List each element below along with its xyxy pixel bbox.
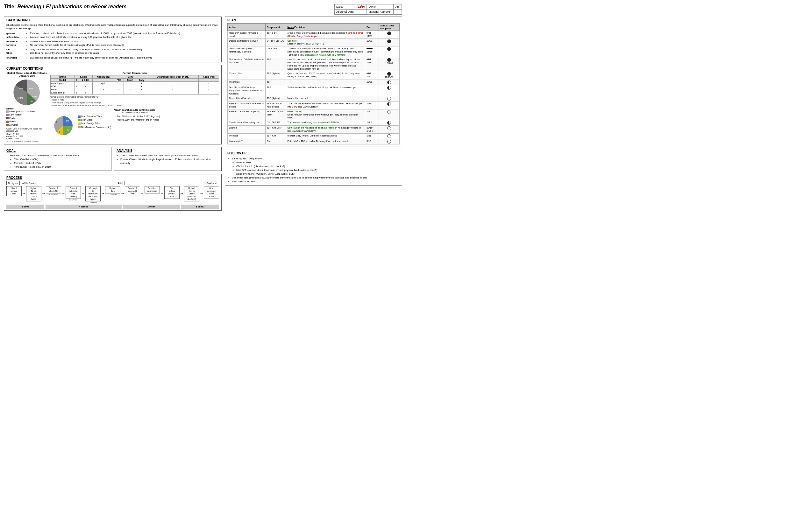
td-p-daily: x bbox=[136, 85, 147, 88]
plan-row-4: Get files from Off-Piste and send to con… bbox=[228, 57, 400, 71]
plan-resp-6: JBF bbox=[265, 80, 286, 85]
svg-text:10: 10 bbox=[57, 131, 60, 133]
plan-row-14: Launch ads? CM Paid ads? – TBD at end of… bbox=[228, 139, 400, 144]
duration-4weeks: 4 weeks bbox=[45, 205, 122, 209]
page-wrapper: Title: Releasing LEI publications on eBo… bbox=[4, 4, 402, 211]
plan-status-14 bbox=[379, 139, 400, 144]
arrow-8: → bbox=[160, 191, 164, 196]
step-give-sellers-box: Givesellersproductinfo bbox=[164, 186, 179, 199]
legend-computers: Desktop/laptop computers bbox=[6, 110, 48, 114]
table-row: Kindle format* x x bbox=[50, 91, 219, 94]
current-conditions-section: CURRENT CONDITIONS Market Share, e-book … bbox=[4, 65, 222, 145]
plan-notes-7: Tested current file on Kindle, not Sony,… bbox=[286, 85, 365, 96]
duration-3days2: 3 days? bbox=[181, 205, 219, 209]
plan-due-10: 1/4 bbox=[365, 109, 379, 120]
plan-due-7 bbox=[365, 85, 379, 96]
kindle-search-section: "lean" search results in Kindle store 17… bbox=[50, 108, 219, 137]
background-intro: Ebook sales are increasing while traditi… bbox=[6, 23, 219, 30]
plan-status-4: 12/4/09 bbox=[379, 57, 400, 71]
svg-text:6%: 6% bbox=[31, 100, 33, 102]
date-value: 12/16 bbox=[356, 4, 366, 9]
title-italic: Releasing LEI publications on eBook read… bbox=[17, 4, 127, 9]
since-q1: Since Q1 09: computers ↓17% Kindle ↑20% bbox=[6, 133, 48, 140]
goal-title: GOAL bbox=[6, 149, 109, 152]
bg-content-channels: LEI sells its ebook (eLex) on lean.org –… bbox=[26, 56, 219, 60]
td-p-nook bbox=[92, 85, 114, 88]
td-c-ipad: x bbox=[199, 81, 219, 85]
plan-resp-8: JBF (Aptera) bbox=[265, 96, 286, 102]
td-e-nook: x bbox=[92, 88, 114, 91]
th-daily: Daily bbox=[136, 78, 147, 81]
plan-status-12 bbox=[379, 126, 400, 134]
manager-approval-value bbox=[393, 9, 402, 14]
td-kf-nook bbox=[92, 91, 114, 94]
within-week-label: within 1 week bbox=[22, 182, 36, 184]
arrow-2: → bbox=[42, 191, 45, 196]
th-nook-m bbox=[92, 78, 114, 81]
kindle-change: Kindle ↑20% bbox=[6, 137, 48, 140]
td-kf-k2: x bbox=[79, 91, 93, 94]
plan-resp-1: JBF & DP bbox=[265, 31, 286, 39]
td-e-prs: x bbox=[114, 88, 124, 91]
bg-row-channels: channels LEI sells its ebook (eLex) on l… bbox=[6, 56, 219, 60]
th-ipad-m bbox=[199, 78, 219, 81]
device-label: Device bbox=[6, 107, 48, 110]
plan-due-6: 12/23 bbox=[365, 80, 379, 85]
bg-row-sales: generalsales data Estimated e-book sales… bbox=[6, 31, 219, 39]
step-convert-requested-sub: Converter bbox=[89, 201, 97, 203]
plan-resp-5: JBF (Aptera) bbox=[265, 71, 286, 80]
step-item-active-box: Itemwebpagemadeactive bbox=[204, 186, 219, 199]
current-conditions-title: CURRENT CONDITIONS bbox=[6, 67, 219, 70]
plan-due-1: 9/0111/01 bbox=[365, 31, 379, 39]
svg-text:19.5%: 19.5% bbox=[17, 97, 23, 99]
plan-action-13: Promote bbox=[228, 133, 265, 139]
kindle-search-title: "lean" search results in Kindle store bbox=[50, 108, 219, 111]
follow-up-sub-1-2: GM books sold (ebook cannibalize books?) bbox=[236, 165, 400, 168]
analysis-title: ANALYSIS bbox=[117, 149, 219, 152]
step-upload-files: Uploadfiles Converter bbox=[105, 186, 120, 195]
plan-row-8: Correct files if needed JBF (Aptera) May… bbox=[228, 96, 400, 102]
pie-other-note: Other: Cool-er Bookeen, etc (Nook not re… bbox=[6, 127, 48, 132]
plan-due-12: 12/101/16 ? bbox=[365, 126, 379, 134]
follow-up-section: FOLLOW UP Sales figures – frequency? Num… bbox=[225, 149, 402, 185]
format-comparison-table: Brand Kindle Nook (B&N) Sony Others: Boo… bbox=[50, 75, 219, 94]
step-test: Test fileson readers bbox=[145, 186, 160, 193]
td-kf-k1: x bbox=[74, 91, 79, 94]
svg-text:40%: 40% bbox=[29, 88, 33, 89]
page-title: Title: Releasing LEI publications on eBo… bbox=[4, 4, 127, 10]
since-q1-label: Since Q1 09: bbox=[6, 133, 48, 135]
td-e-k2 bbox=[79, 88, 93, 91]
plan-resp-10: JBF, RR, mgmt team bbox=[265, 109, 286, 120]
table-row: PDF x x x x x x x bbox=[50, 85, 219, 88]
bg-row-lei: LEItitles Only the Lexicon exists as an … bbox=[6, 48, 219, 55]
td-p-k2: x bbox=[79, 85, 93, 88]
svg-text:85: 85 bbox=[66, 120, 69, 122]
plan-row-1: Research current formats & decide JBF & … bbox=[228, 31, 400, 39]
plan-notes-10: Goal = $9.99Does Amazon lower price from… bbox=[286, 109, 365, 120]
follow-up-item-2: Use initial data (through 2/28/10) to cr… bbox=[232, 176, 400, 180]
th-others: Others: Bookeen, Cool-er, etc. bbox=[147, 75, 199, 78]
table-row: ePub* x x x x x x bbox=[50, 88, 219, 91]
step-receive-check-sub: Converter bbox=[49, 193, 58, 195]
kindle-bullet-1: • No LEI titles on Kindle (but 2 LEI blo… bbox=[116, 115, 160, 118]
td-e-daily: x bbox=[136, 88, 147, 91]
background-title: BACKGROUND bbox=[6, 18, 219, 22]
th-ipad: Apple iPad bbox=[199, 75, 219, 78]
kindle-pie-svg: 85 72 10 5 bbox=[50, 115, 76, 137]
process-actors-row: Designer within 1 week LEI Customer bbox=[6, 181, 219, 185]
td-color: color display bbox=[50, 81, 75, 85]
step-item-active: Itemwebpagemadeactive bbox=[204, 186, 219, 199]
left-column: BACKGROUND Ebook sales are increasing wh… bbox=[4, 17, 222, 211]
plan-status-9 bbox=[379, 102, 400, 109]
th-notes: Notes/Decision bbox=[286, 24, 365, 31]
plan-resp-7: JBF bbox=[265, 85, 286, 96]
plan-resp-2: DP, RR, JBF, JC bbox=[265, 39, 286, 46]
plan-action-8: Correct files if needed bbox=[228, 96, 265, 102]
plan-section: PLAN Action Responsible Notes/Decision D… bbox=[225, 17, 402, 146]
plan-notes-2: GM firstLater (in order?): TLM, GRTD, FT… bbox=[286, 39, 365, 46]
step-upload-files-sub: Converter bbox=[108, 193, 117, 195]
step-convert-interim-sub: Converter bbox=[69, 199, 77, 201]
th-k1: 1 bbox=[74, 78, 79, 81]
source-label: Source: Bowker/Publishers Weekly bbox=[6, 140, 48, 142]
step-upload-files-box: Uploadfiles bbox=[105, 186, 120, 193]
